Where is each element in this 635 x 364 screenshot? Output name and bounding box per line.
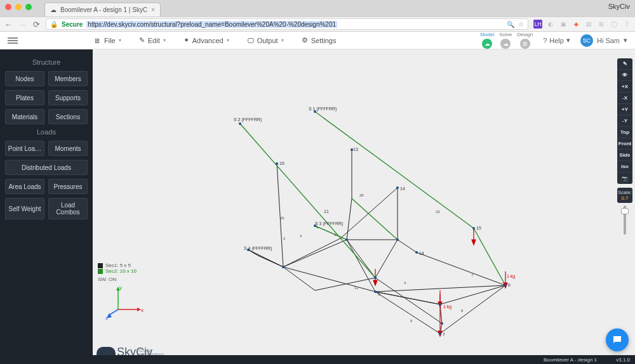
svg-point-31	[439, 332, 441, 335]
search-in-bar-icon[interactable]: 🔍	[507, 21, 514, 28]
view-plus-x[interactable]: +X	[617, 81, 632, 93]
hamburger-icon[interactable]	[8, 36, 18, 45]
ext-icon-1[interactable]: LH	[533, 20, 542, 29]
btn-materials[interactable]: Materials	[5, 109, 44, 124]
axis-triad: x y z	[105, 284, 144, 322]
tab-title: Boomilever A - design 1 | SkyC	[60, 6, 147, 13]
help-menu[interactable]: ?Help▾	[543, 36, 570, 44]
view-minus-y[interactable]: -Y	[617, 115, 632, 127]
footer: Boomilever A - design 1 v3.1.0	[93, 355, 635, 364]
svg-text:S 2 (FFFFRR): S 2 (FFFFRR)	[234, 117, 262, 122]
gear-icon: ⚙	[302, 36, 308, 44]
btn-plates[interactable]: Plates	[5, 90, 44, 105]
chat-bubble-icon[interactable]	[606, 328, 629, 351]
app-toolbar: 🗎File▾ ✎Edit▾ ✦Advanced▾ 🖵Output▾ ⚙Setti…	[0, 32, 635, 49]
scale-display: Scale: 0.7	[617, 188, 632, 203]
svg-point-21	[396, 238, 399, 241]
svg-point-24	[282, 266, 284, 268]
user-menu[interactable]: SC Hi Sam▾	[580, 34, 627, 47]
menu-edit[interactable]: ✎Edit▾	[139, 36, 166, 44]
btn-supports[interactable]: Supports	[48, 90, 88, 105]
tab-design[interactable]: Design⊞	[517, 32, 533, 49]
legend: Sec1: 5 x 5 Sec2: 10 x 10 SW: ON	[98, 263, 137, 282]
svg-text:9: 9	[410, 319, 413, 323]
btn-moments[interactable]: Moments	[48, 141, 88, 156]
model-icon: ☁	[482, 39, 492, 49]
close-window-icon[interactable]	[5, 4, 11, 10]
menu-output[interactable]: 🖵Output▾	[247, 36, 284, 44]
traffic-lights	[5, 4, 32, 10]
btn-point-loads[interactable]: Point Loa…	[5, 141, 44, 156]
svg-text:7: 7	[443, 332, 445, 337]
pencil-icon: ✎	[139, 36, 145, 44]
menu-file[interactable]: 🗎File▾	[94, 36, 121, 44]
tab-solve[interactable]: Solve☁	[499, 32, 512, 49]
svg-text:z: z	[105, 315, 108, 321]
browser-toolbar: ← → ⟳ 🔒 Secure https://dev.skyciv.com/st…	[0, 16, 635, 32]
browser-tabbar: ☁ Boomilever A - design 1 | SkyC × SkyCi…	[0, 0, 635, 16]
close-tab-icon[interactable]: ×	[151, 6, 155, 13]
ext-icon-2[interactable]: ◐	[546, 20, 555, 29]
forward-icon[interactable]: →	[18, 20, 27, 29]
zoom-window-icon[interactable]	[25, 4, 32, 10]
view-toolbar: ✎ 👁 +X -X +Y -Y Top Front Side Iso 📷	[617, 58, 632, 184]
chrome-menu-icon[interactable]: ⋮	[622, 20, 631, 29]
menu-advanced[interactable]: ✦Advanced▾	[184, 36, 229, 44]
sidebar: Structure Nodes Members Plates Supports …	[0, 49, 93, 364]
svg-point-30	[439, 303, 441, 306]
svg-text:6: 6	[508, 283, 511, 287]
btn-area-loads[interactable]: Area Loads	[5, 179, 44, 194]
back-icon[interactable]: ←	[4, 20, 13, 29]
svg-text:15: 15	[476, 226, 481, 230]
view-plus-y[interactable]: +Y	[617, 104, 632, 115]
svg-text:25: 25	[280, 216, 284, 220]
view-side[interactable]: Side	[617, 150, 632, 161]
tab-favicon: ☁	[50, 6, 57, 13]
btn-distributed-loads[interactable]: Distributed Loads	[5, 160, 88, 175]
ext-icon-4[interactable]: ◆	[572, 20, 580, 29]
tab-model[interactable]: Model☁	[480, 32, 494, 49]
tool-eye[interactable]: 👁	[617, 70, 632, 81]
svg-line-3	[315, 226, 347, 240]
svg-text:S 1 (FFFFRR): S 1 (FFFFRR)	[309, 107, 337, 112]
scale-slider[interactable]	[621, 205, 629, 235]
btn-self-weight[interactable]: Self Weight	[5, 198, 44, 219]
svg-text:16: 16	[279, 161, 284, 166]
svg-text:13: 13	[353, 147, 358, 152]
footer-filename: Boomilever A - design 1	[544, 357, 597, 363]
model-canvas[interactable]: S 1 (FFFFRR) S 2 (FFFFRR) S 3 (FFFFRR) S…	[93, 49, 635, 364]
help-icon: ?	[543, 37, 547, 44]
svg-point-20	[396, 186, 399, 189]
ext-icon-7[interactable]: ◯	[610, 20, 618, 29]
monitor-icon: 🖵	[247, 37, 254, 44]
svg-line-1	[315, 112, 474, 228]
btn-load-combos[interactable]: Load Combos	[48, 198, 88, 219]
ext-icon-6[interactable]: ⊞	[597, 20, 606, 29]
address-bar[interactable]: 🔒 Secure https://dev.skyciv.com/structur…	[46, 18, 528, 30]
secure-label: Secure	[62, 21, 83, 28]
bookmark-star-icon[interactable]: ☆	[518, 21, 524, 28]
ext-icon-3[interactable]: ▣	[559, 20, 568, 29]
btn-members[interactable]: Members	[48, 71, 88, 86]
wand-icon: ✦	[184, 36, 189, 44]
btn-sections[interactable]: Sections	[48, 109, 88, 124]
view-iso[interactable]: Iso	[617, 161, 632, 172]
view-top[interactable]: Top	[617, 127, 632, 138]
svg-text:14: 14	[400, 186, 405, 191]
btn-nodes[interactable]: Nodes	[5, 71, 44, 86]
svg-text:23: 23	[436, 210, 440, 214]
minimize-window-icon[interactable]	[15, 4, 22, 10]
btn-pressures[interactable]: Pressures	[48, 179, 88, 194]
browser-tab[interactable]: ☁ Boomilever A - design 1 | SkyC ×	[44, 3, 161, 16]
view-front[interactable]: Front	[617, 138, 632, 150]
tool-pencil[interactable]: ✎	[617, 58, 632, 70]
view-minus-x[interactable]: -X	[617, 93, 632, 104]
ext-icon-5[interactable]: ▤	[584, 20, 593, 29]
solve-icon: ☁	[500, 39, 511, 49]
tool-camera[interactable]: 📷	[617, 172, 632, 184]
reload-icon[interactable]: ⟳	[32, 20, 41, 29]
svg-marker-9	[373, 280, 377, 285]
svg-text:11: 11	[324, 209, 329, 214]
svg-text:x: x	[141, 308, 144, 313]
menu-settings[interactable]: ⚙Settings	[302, 36, 337, 44]
